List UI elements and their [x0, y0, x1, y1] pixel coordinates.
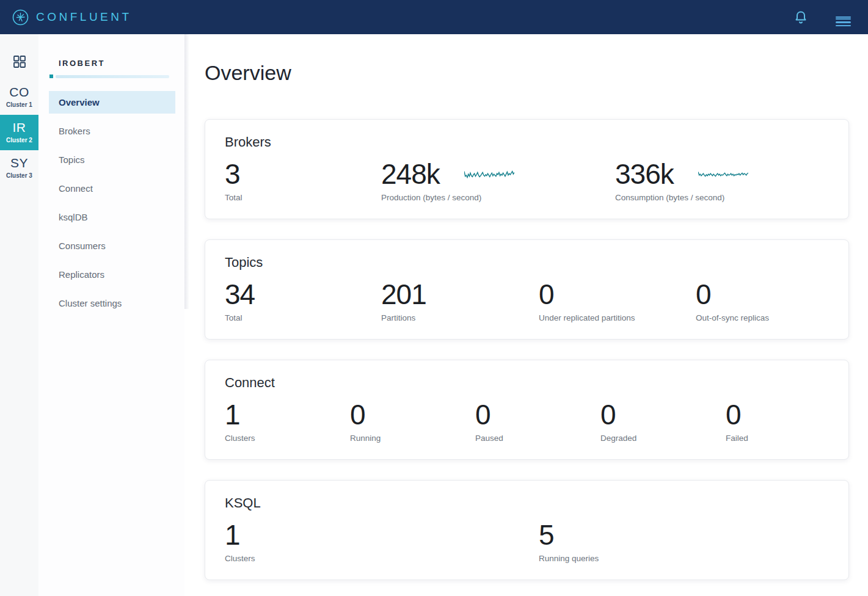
- stat-top: 201: [381, 279, 539, 310]
- sidebar-item-brokers[interactable]: Brokers: [49, 120, 175, 142]
- stat-label: Degraded: [600, 434, 726, 443]
- brokers-card[interactable]: Brokers3Total248kProduction (bytes / sec…: [205, 119, 849, 219]
- stat-label: Running: [350, 434, 475, 443]
- confluent-starburst-icon: [12, 9, 29, 26]
- stat-top: 1: [225, 520, 539, 550]
- cluster-initials: SY: [0, 156, 38, 170]
- cluster-rail-item-cluster-2[interactable]: IRCluster 2: [0, 115, 38, 150]
- stat-top: 0: [475, 399, 600, 430]
- stat-top: 336k: [615, 159, 829, 189]
- stat-value: 1: [225, 399, 240, 430]
- main-content: Overview Brokers3Total248kProduction (by…: [184, 34, 868, 596]
- card-title: Connect: [225, 375, 829, 391]
- stat-value: 336k: [615, 159, 674, 189]
- stat-label: Clusters: [225, 554, 539, 563]
- topics-card[interactable]: Topics34Total201Partitions0Under replica…: [205, 239, 849, 340]
- stat-value: 1: [225, 520, 240, 550]
- card-title: Topics: [225, 255, 829, 271]
- stat-label: Total: [225, 193, 381, 202]
- status-dot: [49, 74, 53, 78]
- stat-connect-paused: 0Paused: [475, 399, 600, 443]
- stat-value: 0: [539, 279, 554, 310]
- cluster-rail-item-cluster-3[interactable]: SYCluster 3: [0, 150, 38, 186]
- confluent-logo[interactable]: CONFLUENT: [12, 9, 132, 26]
- app-body: COCluster 1IRCluster 2SYCluster 3 IROBER…: [0, 0, 868, 596]
- notifications-bell-button[interactable]: [792, 7, 810, 27]
- stat-label: Production (bytes / second): [381, 193, 615, 202]
- hamburger-icon: [836, 16, 851, 18]
- stat-topics-under-replicated-partitions: 0Under replicated partitions: [539, 279, 696, 322]
- stat-value: 248k: [381, 159, 440, 189]
- cluster-sidebar: IROBERT OverviewBrokersTopicsConnectksql…: [38, 34, 184, 596]
- stat-topics-partitions: 201Partitions: [381, 279, 539, 322]
- status-progress-bar: [56, 75, 169, 78]
- stat-topics-total: 34Total: [225, 279, 381, 322]
- stat-label: Paused: [475, 434, 600, 443]
- cluster-name-heading: IROBERT: [59, 59, 175, 68]
- cluster-status-bar: [49, 74, 169, 78]
- card-stats: 34Total201Partitions0Under replicated pa…: [225, 279, 829, 322]
- sidebar-item-cluster-settings[interactable]: Cluster settings: [49, 292, 175, 314]
- stat-top: 3: [225, 159, 381, 189]
- throughput-sparkline: [698, 168, 748, 181]
- stat-value: 5: [539, 520, 554, 550]
- stat-top: 0: [350, 399, 475, 430]
- cluster-label: Cluster 1: [0, 101, 38, 108]
- cluster-rail: COCluster 1IRCluster 2SYCluster 3: [0, 34, 38, 596]
- stat-brokers-production-bytes-second: 248kProduction (bytes / second): [381, 159, 615, 202]
- stat-label: Out-of-sync replicas: [696, 313, 829, 322]
- cluster-rail-items: COCluster 1IRCluster 2SYCluster 3: [0, 79, 38, 186]
- stat-value: 0: [726, 399, 741, 430]
- stat-label: Partitions: [381, 313, 539, 322]
- sidebar-item-consumers[interactable]: Consumers: [49, 234, 175, 257]
- stat-value: 0: [475, 399, 491, 430]
- stat-value: 3: [225, 159, 240, 189]
- overview-cards: Brokers3Total248kProduction (bytes / sec…: [205, 119, 849, 580]
- stat-value: 34: [225, 279, 255, 310]
- sidebar-item-replicators[interactable]: Replicators: [49, 263, 175, 286]
- page-title: Overview: [205, 61, 849, 85]
- sidebar-menu: OverviewBrokersTopicsConnectksqlDBConsum…: [49, 91, 175, 314]
- top-navbar: CONFLUENT: [0, 0, 868, 34]
- sidebar-item-ksqldb[interactable]: ksqlDB: [49, 206, 175, 228]
- stat-connect-running: 0Running: [350, 399, 475, 443]
- stat-ksql-running-queries: 5Running queries: [539, 520, 829, 563]
- card-title: Brokers: [225, 134, 829, 150]
- stat-value: 0: [600, 399, 616, 430]
- navbar-actions: [792, 7, 857, 27]
- connect-card[interactable]: Connect1Clusters0Running0Paused0Degraded…: [205, 360, 849, 460]
- sidebar-item-topics[interactable]: Topics: [49, 148, 175, 171]
- stat-ksql-clusters: 1Clusters: [225, 520, 539, 563]
- card-stats: 3Total248kProduction (bytes / second)336…: [225, 159, 829, 202]
- bell-icon: [794, 10, 808, 24]
- cluster-rail-item-cluster-1[interactable]: COCluster 1: [0, 79, 38, 115]
- stat-value: 0: [696, 279, 711, 310]
- stat-label: Running queries: [539, 554, 829, 563]
- stat-value: 201: [381, 279, 426, 310]
- stat-top: 5: [539, 520, 829, 550]
- sidebar-item-overview[interactable]: Overview: [49, 91, 175, 114]
- stat-top: 1: [225, 399, 350, 430]
- hamburger-menu-button[interactable]: [833, 12, 853, 23]
- stat-brokers-consumption-bytes-second: 336kConsumption (bytes / second): [615, 159, 829, 202]
- ksql-card[interactable]: KSQL1Clusters5Running queries: [205, 480, 849, 580]
- cluster-label: Cluster 2: [0, 137, 38, 144]
- sidebar-item-connect[interactable]: Connect: [49, 177, 175, 200]
- stat-top: 0: [696, 279, 829, 310]
- stat-connect-clusters: 1Clusters: [225, 399, 350, 443]
- stat-label: Failed: [726, 434, 829, 443]
- stat-brokers-total: 3Total: [225, 159, 381, 202]
- stat-topics-out-of-sync-replicas: 0Out-of-sync replicas: [696, 279, 829, 322]
- stat-label: Total: [225, 313, 381, 322]
- stat-connect-failed: 0Failed: [726, 399, 829, 443]
- throughput-sparkline: [464, 168, 514, 181]
- grid-2x2-icon: [13, 55, 26, 68]
- stat-label: Clusters: [225, 434, 350, 443]
- card-title: KSQL: [225, 495, 829, 511]
- cluster-initials: IR: [0, 120, 38, 135]
- stat-top: 34: [225, 279, 381, 310]
- clusters-home-button[interactable]: [0, 34, 38, 79]
- stat-top: 0: [726, 399, 829, 430]
- stat-top: 248k: [381, 159, 615, 189]
- cluster-initials: CO: [0, 85, 38, 100]
